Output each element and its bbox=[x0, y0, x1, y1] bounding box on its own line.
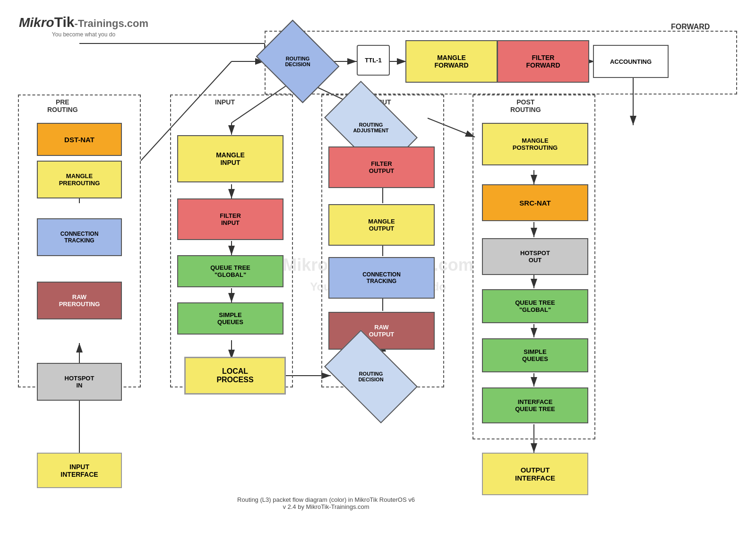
simple-queues-post-label: SIMPLEQUEUES bbox=[522, 348, 548, 362]
raw-output-label: RAWOUTPUT bbox=[369, 324, 394, 338]
mangle-input-label: MANGLEINPUT bbox=[216, 151, 245, 166]
post-routing-label: POSTROUTING bbox=[510, 98, 541, 113]
mangle-prerouting-box: MANGLEPREROUTING bbox=[37, 161, 122, 198]
queue-tree-global-in-box: QUEUE TREE"GLOBAL" bbox=[177, 255, 284, 287]
filter-output-label: FILTEROUTPUT bbox=[369, 160, 394, 174]
connection-tracking-out-label: CONNECTIONTRACKING bbox=[362, 271, 401, 284]
interface-queue-tree-box: INTERFACEQUEUE TREE bbox=[482, 387, 588, 423]
forward-label: FORWARD bbox=[671, 23, 710, 31]
ttl1-label: TTL-1 bbox=[365, 57, 381, 64]
caption: Routing (L3) packet flow diagram (color)… bbox=[189, 496, 463, 510]
hotspot-out-box: HOTSPOTOUT bbox=[482, 238, 588, 275]
input-label: INPUT bbox=[215, 98, 235, 106]
mangle-input-box: MANGLEINPUT bbox=[177, 135, 284, 182]
diagram-container: MikroTik-Trainings.comYou become what yo… bbox=[0, 0, 756, 550]
interface-queue-tree-label: INTERFACEQUEUE TREE bbox=[515, 398, 555, 412]
queue-tree-global-post-label: QUEUE TREE"GLOBAL" bbox=[515, 299, 555, 313]
caption-line2: v 2.4 by MikroTik-Trainings.com bbox=[189, 503, 463, 510]
logo-text: MikroTik-Trainings.com bbox=[19, 14, 148, 30]
local-process-box: LOCALPROCESS bbox=[184, 357, 286, 395]
mangle-output-box: MANGLEOUTPUT bbox=[328, 204, 435, 246]
mangle-prerouting-label: MANGLEPREROUTING bbox=[59, 172, 100, 187]
logo-area: MikroTik-Trainings.com You become what y… bbox=[19, 14, 148, 38]
local-process-label: LOCALPROCESS bbox=[216, 367, 253, 384]
mangle-forward-box: MANGLEFORWARD bbox=[405, 40, 498, 83]
routing-decision-bottom-container: ROUTINGDECISION bbox=[331, 351, 411, 403]
logo-tagline: You become what you do bbox=[19, 31, 148, 38]
dst-nat-box: DST-NAT bbox=[37, 123, 122, 156]
mangle-forward-label: MANGLEFORWARD bbox=[434, 54, 468, 69]
pre-routing-label: PREROUTING bbox=[47, 98, 78, 113]
queue-tree-global-post-box: QUEUE TREE"GLOBAL" bbox=[482, 289, 588, 323]
raw-prerouting-box: RAWPREROUTING bbox=[37, 282, 122, 319]
accounting-label: ACCOUNTING bbox=[610, 58, 652, 65]
hotspot-in-box: HOTSPOTIN bbox=[37, 363, 122, 401]
hotspot-in-label: HOTSPOTIN bbox=[65, 375, 94, 389]
queue-tree-global-in-label: QUEUE TREE"GLOBAL" bbox=[210, 264, 250, 278]
filter-forward-box: FILTERFORWARD bbox=[497, 40, 589, 83]
simple-queues-in-label: SIMPLEQUEUES bbox=[217, 311, 243, 326]
output-interface-box: OUTPUTINTERFACE bbox=[482, 453, 588, 495]
output-interface-label: OUTPUTINTERFACE bbox=[515, 466, 555, 482]
routing-adjustment-container: ROUTINGADJUSTMENT bbox=[331, 102, 411, 154]
connection-tracking-pre-label: CONNECTIONTRACKING bbox=[60, 231, 99, 244]
simple-queues-post-box: SIMPLEQUEUES bbox=[482, 338, 588, 372]
raw-output-box: RAWOUTPUT bbox=[328, 312, 435, 350]
hotspot-out-label: HOTSPOTOUT bbox=[520, 249, 550, 264]
src-nat-label: SRC-NAT bbox=[519, 199, 550, 207]
input-interface-box: INPUTINTERFACE bbox=[37, 453, 122, 488]
caption-line1: Routing (L3) packet flow diagram (color)… bbox=[189, 496, 463, 503]
raw-prerouting-label: RAWPREROUTING bbox=[59, 293, 100, 308]
connection-tracking-out-box: CONNECTIONTRACKING bbox=[328, 257, 435, 299]
src-nat-box: SRC-NAT bbox=[482, 184, 588, 221]
ttl1-box: TTL-1 bbox=[357, 45, 390, 76]
routing-decision-top-container: ROUTINGDECISION bbox=[265, 35, 331, 87]
mangle-output-label: MANGLEOUTPUT bbox=[368, 218, 395, 232]
connection-tracking-pre-box: CONNECTIONTRACKING bbox=[37, 218, 122, 256]
filter-forward-label: FILTERFORWARD bbox=[526, 54, 560, 69]
simple-queues-in-box: SIMPLEQUEUES bbox=[177, 302, 284, 335]
filter-input-label: FILTERINPUT bbox=[220, 212, 241, 226]
mangle-postrouting-label: MANGLEPOSTROUTING bbox=[513, 137, 558, 151]
filter-input-box: FILTERINPUT bbox=[177, 198, 284, 240]
accounting-box: ACCOUNTING bbox=[593, 45, 669, 78]
filter-output-box: FILTEROUTPUT bbox=[328, 146, 435, 188]
dst-nat-label: DST-NAT bbox=[64, 136, 94, 144]
mangle-postrouting-box: MANGLEPOSTROUTING bbox=[482, 123, 588, 165]
input-interface-label: INPUTINTERFACE bbox=[60, 463, 98, 478]
